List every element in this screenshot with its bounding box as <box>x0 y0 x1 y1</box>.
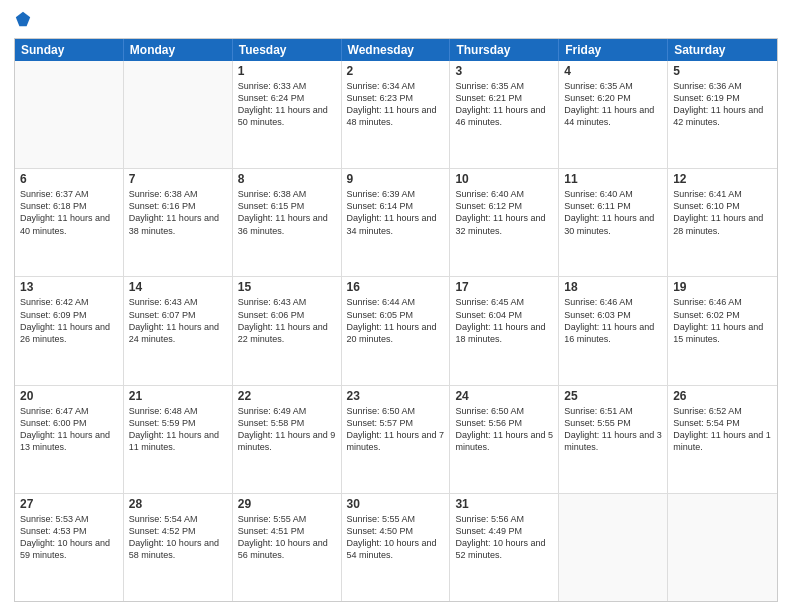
calendar-cell: 26Sunrise: 6:52 AM Sunset: 5:54 PM Dayli… <box>668 386 777 493</box>
day-number: 16 <box>347 280 445 294</box>
calendar-cell: 14Sunrise: 6:43 AM Sunset: 6:07 PM Dayli… <box>124 277 233 384</box>
cell-info: Sunrise: 6:42 AM Sunset: 6:09 PM Dayligh… <box>20 296 118 345</box>
calendar-cell: 15Sunrise: 6:43 AM Sunset: 6:06 PM Dayli… <box>233 277 342 384</box>
cell-info: Sunrise: 6:38 AM Sunset: 6:15 PM Dayligh… <box>238 188 336 237</box>
logo-icon <box>14 10 32 28</box>
calendar-cell: 18Sunrise: 6:46 AM Sunset: 6:03 PM Dayli… <box>559 277 668 384</box>
day-number: 25 <box>564 389 662 403</box>
calendar-cell: 8Sunrise: 6:38 AM Sunset: 6:15 PM Daylig… <box>233 169 342 276</box>
calendar-cell: 29Sunrise: 5:55 AM Sunset: 4:51 PM Dayli… <box>233 494 342 601</box>
calendar-cell: 30Sunrise: 5:55 AM Sunset: 4:50 PM Dayli… <box>342 494 451 601</box>
cell-info: Sunrise: 6:45 AM Sunset: 6:04 PM Dayligh… <box>455 296 553 345</box>
weekday-header: Tuesday <box>233 39 342 61</box>
cell-info: Sunrise: 6:34 AM Sunset: 6:23 PM Dayligh… <box>347 80 445 129</box>
calendar-cell: 9Sunrise: 6:39 AM Sunset: 6:14 PM Daylig… <box>342 169 451 276</box>
cell-info: Sunrise: 6:44 AM Sunset: 6:05 PM Dayligh… <box>347 296 445 345</box>
day-number: 18 <box>564 280 662 294</box>
cell-info: Sunrise: 6:52 AM Sunset: 5:54 PM Dayligh… <box>673 405 772 454</box>
day-number: 22 <box>238 389 336 403</box>
calendar-cell <box>124 61 233 168</box>
calendar-row: 1Sunrise: 6:33 AM Sunset: 6:24 PM Daylig… <box>15 61 777 169</box>
day-number: 20 <box>20 389 118 403</box>
calendar-cell: 22Sunrise: 6:49 AM Sunset: 5:58 PM Dayli… <box>233 386 342 493</box>
weekday-header: Saturday <box>668 39 777 61</box>
calendar-header: SundayMondayTuesdayWednesdayThursdayFrid… <box>15 39 777 61</box>
logo <box>14 10 34 30</box>
cell-info: Sunrise: 6:33 AM Sunset: 6:24 PM Dayligh… <box>238 80 336 129</box>
day-number: 30 <box>347 497 445 511</box>
day-number: 14 <box>129 280 227 294</box>
calendar-cell: 5Sunrise: 6:36 AM Sunset: 6:19 PM Daylig… <box>668 61 777 168</box>
day-number: 5 <box>673 64 772 78</box>
calendar-cell: 17Sunrise: 6:45 AM Sunset: 6:04 PM Dayli… <box>450 277 559 384</box>
calendar-cell <box>15 61 124 168</box>
cell-info: Sunrise: 6:35 AM Sunset: 6:21 PM Dayligh… <box>455 80 553 129</box>
day-number: 17 <box>455 280 553 294</box>
weekday-header: Wednesday <box>342 39 451 61</box>
day-number: 27 <box>20 497 118 511</box>
cell-info: Sunrise: 6:40 AM Sunset: 6:12 PM Dayligh… <box>455 188 553 237</box>
calendar-cell: 20Sunrise: 6:47 AM Sunset: 6:00 PM Dayli… <box>15 386 124 493</box>
calendar-cell <box>559 494 668 601</box>
calendar-row: 6Sunrise: 6:37 AM Sunset: 6:18 PM Daylig… <box>15 169 777 277</box>
cell-info: Sunrise: 6:48 AM Sunset: 5:59 PM Dayligh… <box>129 405 227 454</box>
calendar-cell: 6Sunrise: 6:37 AM Sunset: 6:18 PM Daylig… <box>15 169 124 276</box>
weekday-header: Monday <box>124 39 233 61</box>
day-number: 11 <box>564 172 662 186</box>
calendar-cell: 24Sunrise: 6:50 AM Sunset: 5:56 PM Dayli… <box>450 386 559 493</box>
cell-info: Sunrise: 6:38 AM Sunset: 6:16 PM Dayligh… <box>129 188 227 237</box>
cell-info: Sunrise: 5:53 AM Sunset: 4:53 PM Dayligh… <box>20 513 118 562</box>
calendar-cell: 7Sunrise: 6:38 AM Sunset: 6:16 PM Daylig… <box>124 169 233 276</box>
calendar-row: 13Sunrise: 6:42 AM Sunset: 6:09 PM Dayli… <box>15 277 777 385</box>
cell-info: Sunrise: 6:36 AM Sunset: 6:19 PM Dayligh… <box>673 80 772 129</box>
day-number: 24 <box>455 389 553 403</box>
day-number: 15 <box>238 280 336 294</box>
day-number: 3 <box>455 64 553 78</box>
cell-info: Sunrise: 6:50 AM Sunset: 5:56 PM Dayligh… <box>455 405 553 454</box>
day-number: 9 <box>347 172 445 186</box>
calendar-cell: 27Sunrise: 5:53 AM Sunset: 4:53 PM Dayli… <box>15 494 124 601</box>
weekday-header: Friday <box>559 39 668 61</box>
calendar-cell: 23Sunrise: 6:50 AM Sunset: 5:57 PM Dayli… <box>342 386 451 493</box>
day-number: 13 <box>20 280 118 294</box>
calendar-cell: 4Sunrise: 6:35 AM Sunset: 6:20 PM Daylig… <box>559 61 668 168</box>
cell-info: Sunrise: 6:47 AM Sunset: 6:00 PM Dayligh… <box>20 405 118 454</box>
day-number: 26 <box>673 389 772 403</box>
cell-info: Sunrise: 6:50 AM Sunset: 5:57 PM Dayligh… <box>347 405 445 454</box>
cell-info: Sunrise: 6:39 AM Sunset: 6:14 PM Dayligh… <box>347 188 445 237</box>
calendar-cell: 1Sunrise: 6:33 AM Sunset: 6:24 PM Daylig… <box>233 61 342 168</box>
calendar-cell: 25Sunrise: 6:51 AM Sunset: 5:55 PM Dayli… <box>559 386 668 493</box>
calendar-cell: 3Sunrise: 6:35 AM Sunset: 6:21 PM Daylig… <box>450 61 559 168</box>
calendar-row: 20Sunrise: 6:47 AM Sunset: 6:00 PM Dayli… <box>15 386 777 494</box>
calendar-cell: 10Sunrise: 6:40 AM Sunset: 6:12 PM Dayli… <box>450 169 559 276</box>
calendar: SundayMondayTuesdayWednesdayThursdayFrid… <box>14 38 778 602</box>
day-number: 6 <box>20 172 118 186</box>
calendar-cell: 12Sunrise: 6:41 AM Sunset: 6:10 PM Dayli… <box>668 169 777 276</box>
cell-info: Sunrise: 6:43 AM Sunset: 6:07 PM Dayligh… <box>129 296 227 345</box>
day-number: 28 <box>129 497 227 511</box>
cell-info: Sunrise: 6:40 AM Sunset: 6:11 PM Dayligh… <box>564 188 662 237</box>
cell-info: Sunrise: 6:35 AM Sunset: 6:20 PM Dayligh… <box>564 80 662 129</box>
svg-marker-0 <box>16 12 30 26</box>
calendar-cell: 11Sunrise: 6:40 AM Sunset: 6:11 PM Dayli… <box>559 169 668 276</box>
day-number: 12 <box>673 172 772 186</box>
header <box>14 10 778 30</box>
cell-info: Sunrise: 6:49 AM Sunset: 5:58 PM Dayligh… <box>238 405 336 454</box>
calendar-cell: 19Sunrise: 6:46 AM Sunset: 6:02 PM Dayli… <box>668 277 777 384</box>
calendar-cell: 13Sunrise: 6:42 AM Sunset: 6:09 PM Dayli… <box>15 277 124 384</box>
day-number: 7 <box>129 172 227 186</box>
page: SundayMondayTuesdayWednesdayThursdayFrid… <box>0 0 792 612</box>
calendar-cell: 28Sunrise: 5:54 AM Sunset: 4:52 PM Dayli… <box>124 494 233 601</box>
cell-info: Sunrise: 5:55 AM Sunset: 4:51 PM Dayligh… <box>238 513 336 562</box>
calendar-cell <box>668 494 777 601</box>
calendar-cell: 16Sunrise: 6:44 AM Sunset: 6:05 PM Dayli… <box>342 277 451 384</box>
day-number: 4 <box>564 64 662 78</box>
cell-info: Sunrise: 5:56 AM Sunset: 4:49 PM Dayligh… <box>455 513 553 562</box>
day-number: 2 <box>347 64 445 78</box>
calendar-cell: 31Sunrise: 5:56 AM Sunset: 4:49 PM Dayli… <box>450 494 559 601</box>
cell-info: Sunrise: 6:51 AM Sunset: 5:55 PM Dayligh… <box>564 405 662 454</box>
calendar-cell: 21Sunrise: 6:48 AM Sunset: 5:59 PM Dayli… <box>124 386 233 493</box>
cell-info: Sunrise: 6:46 AM Sunset: 6:02 PM Dayligh… <box>673 296 772 345</box>
cell-info: Sunrise: 6:37 AM Sunset: 6:18 PM Dayligh… <box>20 188 118 237</box>
day-number: 1 <box>238 64 336 78</box>
